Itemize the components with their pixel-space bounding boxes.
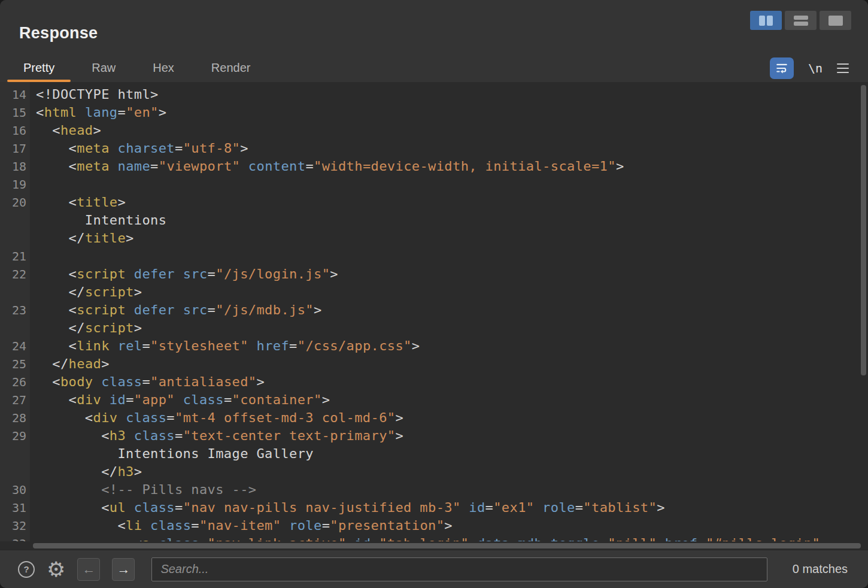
line-number: 29 — [0, 427, 30, 445]
show-newlines-button[interactable]: \n — [808, 61, 823, 75]
line-number — [0, 211, 30, 229]
code-row: 31 <ul class="nav nav-pills nav-justifie… — [0, 499, 868, 517]
code-line: <body class="antialiased"> — [30, 373, 265, 391]
code-rows: 1314<!DOCTYPE html>15<html lang="en">16 … — [0, 82, 868, 541]
code-row: </script> — [0, 283, 868, 301]
code-row: 14<!DOCTYPE html> — [0, 86, 868, 104]
search-input[interactable] — [151, 557, 767, 581]
code-line: Intentions Image Gallery — [30, 445, 314, 463]
line-number: 21 — [0, 247, 30, 265]
single-layout-icon — [828, 16, 843, 26]
line-number — [0, 283, 30, 301]
layout-rows-button[interactable] — [785, 11, 817, 30]
code-line: <script defer src="/js/login.js"> — [30, 265, 338, 283]
code-row: </title> — [0, 229, 868, 247]
code-row: </script> — [0, 319, 868, 337]
previous-match-button[interactable]: ← — [77, 558, 100, 581]
code-line: <ul class="nav nav-pills nav-justified m… — [30, 499, 665, 517]
code-row: 19 — [0, 175, 868, 193]
panel-title: Response — [19, 24, 98, 43]
code-line: <a class="nav-link active" id="tab-login… — [30, 535, 820, 541]
code-line: <link rel="stylesheet" href="/css/app.cs… — [30, 337, 420, 355]
line-number: 25 — [0, 355, 30, 373]
code-line: </title> — [30, 229, 134, 247]
code-row: 30 <!-- Pills navs --> — [0, 481, 868, 499]
code-row: 23 <script defer src="/js/mdb.js"> — [0, 301, 868, 319]
line-number: 22 — [0, 265, 30, 283]
code-line: <div class="mt-4 offset-md-3 col-md-6"> — [30, 409, 403, 427]
line-number: 16 — [0, 122, 30, 140]
search-statusbar: ? ⚙ ← → 0 matches — [0, 550, 868, 588]
next-match-button[interactable]: → — [112, 558, 135, 581]
code-row: 32 <li class="nav-item" role="presentati… — [0, 517, 868, 535]
vertical-scrollbar-thumb[interactable] — [861, 85, 866, 375]
code-row: Intentions — [0, 211, 868, 229]
code-line: <meta name="viewport" content="width=dev… — [30, 157, 624, 175]
line-number — [0, 319, 30, 337]
line-number — [0, 445, 30, 463]
gear-icon[interactable]: ⚙ — [47, 559, 65, 580]
code-line: <script defer src="/js/mdb.js"> — [30, 301, 322, 319]
code-row: 29 <h3 class="text-center text-primary"> — [0, 427, 868, 445]
horizontal-scrollbar-thumb[interactable] — [33, 543, 861, 548]
tab-raw[interactable]: Raw — [73, 54, 134, 82]
response-panel: Response Pretty Raw Hex Render — [0, 0, 868, 588]
code-line: </script> — [30, 283, 142, 301]
line-number: 31 — [0, 499, 30, 517]
code-row: 16 <head> — [0, 122, 868, 140]
line-number: 18 — [0, 157, 30, 175]
word-wrap-button[interactable] — [770, 57, 794, 79]
tab-actions: \n — [770, 57, 849, 79]
code-line: </h3> — [30, 463, 142, 481]
hamburger-menu-icon[interactable] — [837, 61, 849, 75]
code-row: 28 <div class="mt-4 offset-md-3 col-md-6… — [0, 409, 868, 427]
line-number: 32 — [0, 517, 30, 535]
code-row: 17 <meta charset="utf-8"> — [0, 140, 868, 157]
line-number: 17 — [0, 140, 30, 157]
view-tabbar: Pretty Raw Hex Render \n — [0, 54, 868, 82]
code-row: </h3> — [0, 463, 868, 481]
code-row: Intentions Image Gallery — [0, 445, 868, 463]
layout-columns-button[interactable] — [750, 11, 782, 30]
code-line: Intentions — [30, 211, 166, 229]
code-viewport[interactable]: 1314<!DOCTYPE html>15<html lang="en">16 … — [0, 82, 868, 541]
code-line: <title> — [30, 193, 126, 211]
code-line: <html lang="en"> — [30, 104, 166, 122]
layout-single-button[interactable] — [820, 11, 851, 30]
panel-header: Response Pretty Raw Hex Render — [0, 0, 868, 82]
code-line: </script> — [30, 319, 142, 337]
match-count-label: 0 matches — [793, 562, 848, 576]
line-number: 33 — [0, 535, 30, 541]
code-row: 24 <link rel="stylesheet" href="/css/app… — [0, 337, 868, 355]
tab-label: Hex — [153, 61, 174, 75]
rows-layout-icon — [794, 16, 808, 26]
code-row: 25 </head> — [0, 355, 868, 373]
code-row: 33 <a class="nav-link active" id="tab-lo… — [0, 535, 868, 541]
code-line: </head> — [30, 355, 110, 373]
code-line: <div id="app" class="container"> — [30, 391, 330, 409]
line-number: 27 — [0, 391, 30, 409]
code-line: <meta charset="utf-8"> — [30, 140, 248, 157]
line-number — [0, 463, 30, 481]
line-number: 26 — [0, 373, 30, 391]
code-row: 27 <div id="app" class="container"> — [0, 391, 868, 409]
line-number: 23 — [0, 301, 30, 319]
line-number: 20 — [0, 193, 30, 211]
line-number: 24 — [0, 337, 30, 355]
help-icon[interactable]: ? — [18, 561, 35, 578]
line-number: 30 — [0, 481, 30, 499]
tab-render[interactable]: Render — [193, 54, 269, 82]
code-line: <head> — [30, 122, 101, 140]
tab-label: Render — [211, 61, 251, 75]
code-row: 15<html lang="en"> — [0, 104, 868, 122]
view-tabs: Pretty Raw Hex Render — [5, 54, 269, 82]
tab-label: Raw — [92, 61, 116, 75]
code-line: <!-- Pills navs --> — [30, 481, 256, 499]
line-number: 19 — [0, 175, 30, 193]
code-row: 18 <meta name="viewport" content="width=… — [0, 157, 868, 175]
tab-hex[interactable]: Hex — [134, 54, 193, 82]
code-line — [30, 247, 36, 265]
code-row: 26 <body class="antialiased"> — [0, 373, 868, 391]
code-row: 20 <title> — [0, 193, 868, 211]
tab-pretty[interactable]: Pretty — [5, 54, 73, 82]
